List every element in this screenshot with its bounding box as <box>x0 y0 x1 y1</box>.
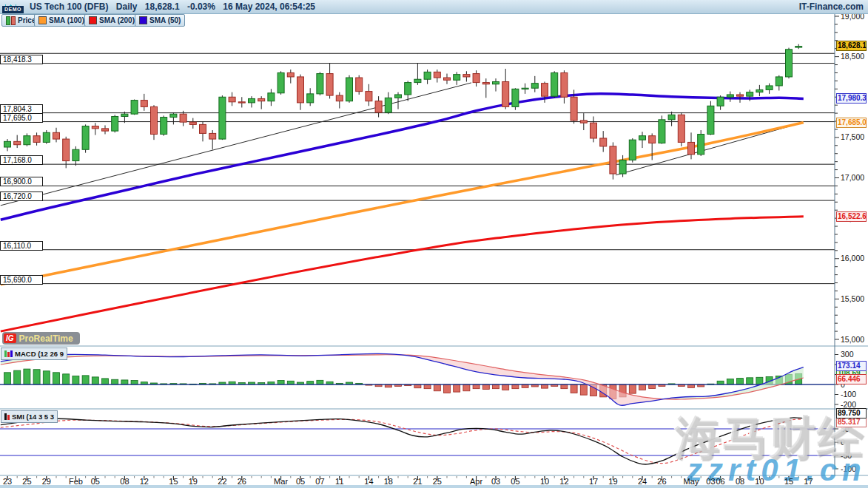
legend-chip-sma100[interactable]: SMA (100) <box>34 14 89 27</box>
candle-body <box>73 149 79 160</box>
candle-body <box>317 74 323 94</box>
candle-body <box>600 138 607 146</box>
prorealtime-label: ProRealTime <box>19 333 73 344</box>
price-level-label: 17,695.0 <box>0 113 43 123</box>
candle-body <box>43 132 50 142</box>
macd-signal-value-tag: 66.446 <box>836 374 867 384</box>
date-tick-label: 05 <box>511 477 519 486</box>
candle-body <box>707 106 714 134</box>
ig-logo: IG <box>4 333 16 343</box>
candle-body <box>629 140 636 160</box>
smi-value-tag: 89.750 <box>836 408 867 418</box>
candle-body <box>542 84 548 96</box>
macd-histogram-bar <box>277 381 284 384</box>
macd-label: MACD (12 26 9 <box>15 350 64 358</box>
candle-body <box>678 115 684 142</box>
candle-body <box>219 97 226 139</box>
price-axis-label: 15,500 <box>841 294 864 303</box>
chart-datetime: 16 May 2024, 06:54:25 <box>223 1 315 12</box>
date-tick-label: 19 <box>608 477 617 486</box>
candle-body <box>33 136 40 143</box>
date-tick-label: 26 <box>238 477 246 486</box>
smi-indicator-chip[interactable]: SMI (14 3 5 3 <box>1 410 58 423</box>
candle-body <box>522 88 528 89</box>
date-tick-label: 15 <box>784 477 793 486</box>
date-tick-label: 14 <box>364 477 373 486</box>
macd-value-tag: 173.14 <box>836 361 867 371</box>
candle-body <box>405 83 411 95</box>
macd-histogram-bar <box>542 384 548 388</box>
candle-body <box>249 98 255 102</box>
macd-icon <box>4 350 13 357</box>
candle-body <box>444 78 451 80</box>
chart-title: US Tech 100 (DFB) Daily 18,628.1 -0.03% … <box>30 1 320 12</box>
candle-body <box>326 74 333 95</box>
candle-body <box>297 77 304 103</box>
it-finance-brand: IT-Finance.com <box>799 1 864 12</box>
price-axis-label: 18,500 <box>841 52 864 61</box>
price-level-label: 18,418.3 <box>0 55 43 64</box>
smi-signal-value-tag: 85.317 <box>836 417 867 427</box>
date-tick-label: 19 <box>189 477 198 486</box>
candle-body <box>649 136 656 143</box>
price-level-label: 16,900.0 <box>0 177 43 186</box>
macd-histogram-bar <box>502 384 509 390</box>
candle-body <box>200 124 206 133</box>
macd-histogram-bar <box>317 380 323 384</box>
date-tick-label: 12 <box>140 477 149 486</box>
candle-body <box>375 101 382 112</box>
legend-chip-sma200[interactable]: SMA (200) <box>84 14 139 27</box>
candle-body <box>531 84 538 89</box>
macd-histogram-bar <box>53 373 60 384</box>
sma100-value-tag: 17,685.0 <box>836 118 867 128</box>
candle-body <box>737 95 744 96</box>
macd-histogram-bar <box>434 384 440 391</box>
candle-body <box>4 141 11 147</box>
date-tick-label: 03 <box>706 477 715 486</box>
macd-histogram-bar <box>73 376 79 384</box>
date-tick-label: 08 <box>736 477 744 486</box>
smi-label: SMI (14 3 5 3 <box>12 413 54 421</box>
macd-histogram-bar <box>717 381 724 384</box>
candle-body <box>189 122 196 124</box>
price-candles-icon <box>6 16 16 25</box>
candle-body <box>170 114 177 117</box>
macd-axis-label: 300 <box>841 350 854 359</box>
macd-histogram-bar <box>482 384 489 389</box>
macd-indicator-chip[interactable]: MACD (12 26 9 <box>1 348 67 360</box>
date-tick-label: 24 <box>638 477 647 486</box>
sma200-swatch-icon <box>89 16 97 24</box>
legend-chip-sma50[interactable]: SMA (50) <box>135 14 185 27</box>
candle-body <box>610 146 616 174</box>
last-price-tag: 18,628.1 <box>836 41 867 51</box>
candle-body <box>63 139 70 160</box>
date-tick-label: 26 <box>657 477 666 486</box>
macd-histogram-bar <box>512 384 519 389</box>
candle-body <box>24 136 30 145</box>
macd-histogram-bar <box>121 380 128 384</box>
demo-badge: DEMO <box>2 6 24 13</box>
candle-body <box>688 142 695 154</box>
macd-histogram-bar <box>580 384 587 395</box>
macd-histogram-bar <box>82 376 89 384</box>
macd-histogram-bar <box>102 379 109 384</box>
price-axis-label: 15,000 <box>841 335 864 344</box>
date-tick-label: 15 <box>169 477 178 486</box>
change-percent: -0.03% <box>187 1 215 12</box>
legend-label: SMA (200) <box>99 16 135 24</box>
macd-histogram-bar <box>493 384 499 389</box>
candle-body <box>366 92 372 101</box>
candle-body <box>591 123 597 138</box>
macd-histogram-bar <box>463 384 470 391</box>
candle-body <box>161 118 167 135</box>
last-price: 18,628.1 <box>145 1 180 12</box>
macd-histogram-bar <box>131 381 138 384</box>
price-level-label: 16,110.0 <box>0 241 43 251</box>
macd-histogram-bar <box>112 379 118 384</box>
candle-body <box>473 74 480 83</box>
candle-body <box>580 121 587 123</box>
instrument-name: US Tech 100 (DFB) <box>30 1 108 12</box>
candle-body <box>424 72 431 79</box>
price-level-label: 15,690.0 <box>0 275 43 285</box>
candle-body <box>776 77 782 86</box>
